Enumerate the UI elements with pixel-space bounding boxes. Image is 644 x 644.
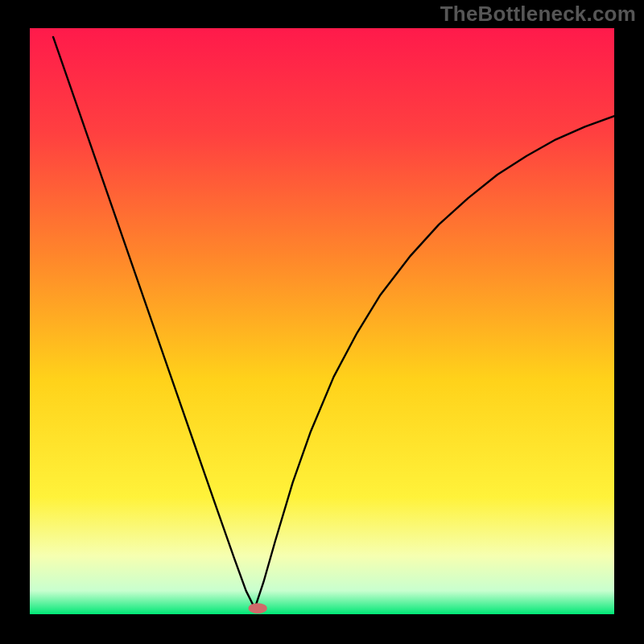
vertex-marker [249,603,267,613]
chart-plot-area [30,28,614,614]
outer-frame: TheBottleneck.com [0,0,644,644]
watermark-label: TheBottleneck.com [440,2,636,27]
chart-svg [30,28,614,614]
chart-background [30,28,614,614]
